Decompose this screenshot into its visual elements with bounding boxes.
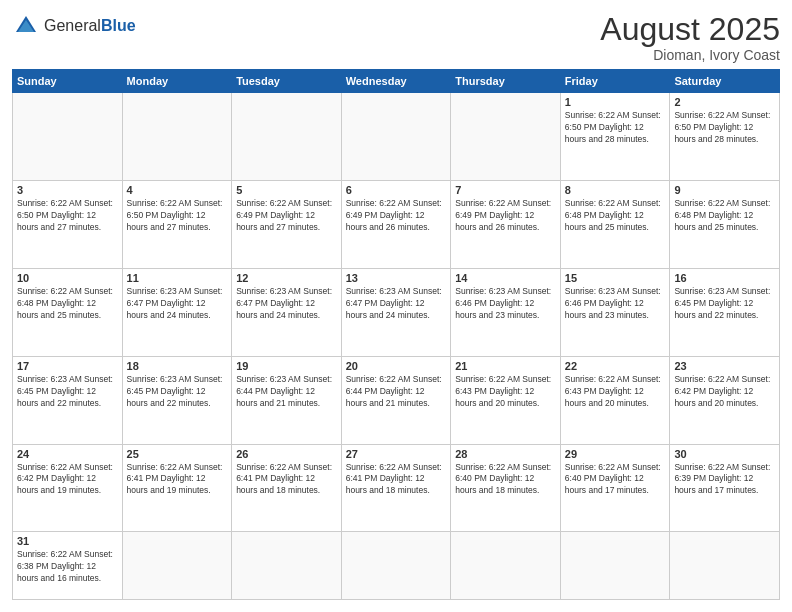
day-number: 8 — [565, 184, 666, 196]
month-title: August 2025 — [600, 12, 780, 47]
calendar-cell-2-3: 13Sunrise: 6:23 AM Sunset: 6:47 PM Dayli… — [341, 268, 451, 356]
calendar-cell-5-1 — [122, 532, 232, 600]
day-number: 6 — [346, 184, 447, 196]
day-info: Sunrise: 6:23 AM Sunset: 6:46 PM Dayligh… — [565, 286, 666, 322]
calendar-table: SundayMondayTuesdayWednesdayThursdayFrid… — [12, 69, 780, 600]
calendar-row-5: 31Sunrise: 6:22 AM Sunset: 6:38 PM Dayli… — [13, 532, 780, 600]
calendar-cell-4-5: 29Sunrise: 6:22 AM Sunset: 6:40 PM Dayli… — [560, 444, 670, 532]
calendar-cell-2-4: 14Sunrise: 6:23 AM Sunset: 6:46 PM Dayli… — [451, 268, 561, 356]
calendar-cell-0-1 — [122, 93, 232, 181]
day-info: Sunrise: 6:22 AM Sunset: 6:49 PM Dayligh… — [346, 198, 447, 234]
weekday-header-wednesday: Wednesday — [341, 70, 451, 93]
day-info: Sunrise: 6:22 AM Sunset: 6:48 PM Dayligh… — [674, 198, 775, 234]
calendar-cell-0-3 — [341, 93, 451, 181]
day-info: Sunrise: 6:23 AM Sunset: 6:44 PM Dayligh… — [236, 374, 337, 410]
day-number: 4 — [127, 184, 228, 196]
day-info: Sunrise: 6:23 AM Sunset: 6:45 PM Dayligh… — [127, 374, 228, 410]
calendar-cell-3-5: 22Sunrise: 6:22 AM Sunset: 6:43 PM Dayli… — [560, 356, 670, 444]
day-info: Sunrise: 6:22 AM Sunset: 6:42 PM Dayligh… — [674, 374, 775, 410]
title-block: August 2025 Dioman, Ivory Coast — [600, 12, 780, 63]
weekday-header-sunday: Sunday — [13, 70, 123, 93]
calendar-cell-1-1: 4Sunrise: 6:22 AM Sunset: 6:50 PM Daylig… — [122, 181, 232, 269]
calendar-cell-4-3: 27Sunrise: 6:22 AM Sunset: 6:41 PM Dayli… — [341, 444, 451, 532]
day-number: 26 — [236, 448, 337, 460]
calendar-cell-5-2 — [232, 532, 342, 600]
day-number: 24 — [17, 448, 118, 460]
day-number: 19 — [236, 360, 337, 372]
day-number: 25 — [127, 448, 228, 460]
day-number: 28 — [455, 448, 556, 460]
day-info: Sunrise: 6:22 AM Sunset: 6:41 PM Dayligh… — [236, 462, 337, 498]
calendar-cell-1-4: 7Sunrise: 6:22 AM Sunset: 6:49 PM Daylig… — [451, 181, 561, 269]
day-number: 1 — [565, 96, 666, 108]
day-info: Sunrise: 6:22 AM Sunset: 6:50 PM Dayligh… — [127, 198, 228, 234]
calendar-cell-0-6: 2Sunrise: 6:22 AM Sunset: 6:50 PM Daylig… — [670, 93, 780, 181]
calendar-row-0: 1Sunrise: 6:22 AM Sunset: 6:50 PM Daylig… — [13, 93, 780, 181]
day-number: 21 — [455, 360, 556, 372]
day-number: 3 — [17, 184, 118, 196]
weekday-header-tuesday: Tuesday — [232, 70, 342, 93]
calendar-cell-4-6: 30Sunrise: 6:22 AM Sunset: 6:39 PM Dayli… — [670, 444, 780, 532]
day-info: Sunrise: 6:22 AM Sunset: 6:43 PM Dayligh… — [455, 374, 556, 410]
logo-icon — [12, 12, 40, 40]
day-info: Sunrise: 6:22 AM Sunset: 6:48 PM Dayligh… — [17, 286, 118, 322]
day-number: 29 — [565, 448, 666, 460]
day-info: Sunrise: 6:22 AM Sunset: 6:48 PM Dayligh… — [565, 198, 666, 234]
calendar-cell-1-0: 3Sunrise: 6:22 AM Sunset: 6:50 PM Daylig… — [13, 181, 123, 269]
calendar-cell-3-6: 23Sunrise: 6:22 AM Sunset: 6:42 PM Dayli… — [670, 356, 780, 444]
calendar-page: GeneralBlue August 2025 Dioman, Ivory Co… — [0, 0, 792, 612]
calendar-row-2: 10Sunrise: 6:22 AM Sunset: 6:48 PM Dayli… — [13, 268, 780, 356]
calendar-cell-2-2: 12Sunrise: 6:23 AM Sunset: 6:47 PM Dayli… — [232, 268, 342, 356]
day-info: Sunrise: 6:22 AM Sunset: 6:49 PM Dayligh… — [455, 198, 556, 234]
day-info: Sunrise: 6:22 AM Sunset: 6:50 PM Dayligh… — [17, 198, 118, 234]
day-info: Sunrise: 6:22 AM Sunset: 6:40 PM Dayligh… — [455, 462, 556, 498]
calendar-cell-0-5: 1Sunrise: 6:22 AM Sunset: 6:50 PM Daylig… — [560, 93, 670, 181]
day-number: 14 — [455, 272, 556, 284]
day-number: 2 — [674, 96, 775, 108]
day-info: Sunrise: 6:22 AM Sunset: 6:44 PM Dayligh… — [346, 374, 447, 410]
day-number: 10 — [17, 272, 118, 284]
calendar-cell-2-5: 15Sunrise: 6:23 AM Sunset: 6:46 PM Dayli… — [560, 268, 670, 356]
day-info: Sunrise: 6:22 AM Sunset: 6:39 PM Dayligh… — [674, 462, 775, 498]
calendar-cell-2-1: 11Sunrise: 6:23 AM Sunset: 6:47 PM Dayli… — [122, 268, 232, 356]
calendar-cell-1-2: 5Sunrise: 6:22 AM Sunset: 6:49 PM Daylig… — [232, 181, 342, 269]
calendar-cell-0-0 — [13, 93, 123, 181]
calendar-cell-5-4 — [451, 532, 561, 600]
calendar-cell-2-0: 10Sunrise: 6:22 AM Sunset: 6:48 PM Dayli… — [13, 268, 123, 356]
calendar-row-4: 24Sunrise: 6:22 AM Sunset: 6:42 PM Dayli… — [13, 444, 780, 532]
day-info: Sunrise: 6:22 AM Sunset: 6:50 PM Dayligh… — [674, 110, 775, 146]
calendar-cell-5-6 — [670, 532, 780, 600]
weekday-header-saturday: Saturday — [670, 70, 780, 93]
day-number: 9 — [674, 184, 775, 196]
calendar-row-1: 3Sunrise: 6:22 AM Sunset: 6:50 PM Daylig… — [13, 181, 780, 269]
calendar-cell-5-0: 31Sunrise: 6:22 AM Sunset: 6:38 PM Dayli… — [13, 532, 123, 600]
day-info: Sunrise: 6:23 AM Sunset: 6:46 PM Dayligh… — [455, 286, 556, 322]
calendar-cell-3-3: 20Sunrise: 6:22 AM Sunset: 6:44 PM Dayli… — [341, 356, 451, 444]
day-info: Sunrise: 6:22 AM Sunset: 6:43 PM Dayligh… — [565, 374, 666, 410]
calendar-cell-1-6: 9Sunrise: 6:22 AM Sunset: 6:48 PM Daylig… — [670, 181, 780, 269]
calendar-cell-1-3: 6Sunrise: 6:22 AM Sunset: 6:49 PM Daylig… — [341, 181, 451, 269]
day-number: 13 — [346, 272, 447, 284]
calendar-cell-1-5: 8Sunrise: 6:22 AM Sunset: 6:48 PM Daylig… — [560, 181, 670, 269]
day-number: 22 — [565, 360, 666, 372]
calendar-cell-0-2 — [232, 93, 342, 181]
calendar-cell-4-4: 28Sunrise: 6:22 AM Sunset: 6:40 PM Dayli… — [451, 444, 561, 532]
day-info: Sunrise: 6:22 AM Sunset: 6:40 PM Dayligh… — [565, 462, 666, 498]
day-info: Sunrise: 6:23 AM Sunset: 6:47 PM Dayligh… — [236, 286, 337, 322]
day-number: 11 — [127, 272, 228, 284]
day-number: 17 — [17, 360, 118, 372]
weekday-header-friday: Friday — [560, 70, 670, 93]
day-number: 20 — [346, 360, 447, 372]
calendar-cell-0-4 — [451, 93, 561, 181]
calendar-row-3: 17Sunrise: 6:23 AM Sunset: 6:45 PM Dayli… — [13, 356, 780, 444]
calendar-cell-2-6: 16Sunrise: 6:23 AM Sunset: 6:45 PM Dayli… — [670, 268, 780, 356]
location: Dioman, Ivory Coast — [600, 47, 780, 63]
weekday-header-monday: Monday — [122, 70, 232, 93]
day-number: 30 — [674, 448, 775, 460]
day-info: Sunrise: 6:23 AM Sunset: 6:47 PM Dayligh… — [346, 286, 447, 322]
day-info: Sunrise: 6:23 AM Sunset: 6:45 PM Dayligh… — [674, 286, 775, 322]
day-info: Sunrise: 6:22 AM Sunset: 6:38 PM Dayligh… — [17, 549, 118, 585]
day-info: Sunrise: 6:22 AM Sunset: 6:50 PM Dayligh… — [565, 110, 666, 146]
calendar-cell-4-1: 25Sunrise: 6:22 AM Sunset: 6:41 PM Dayli… — [122, 444, 232, 532]
calendar-cell-5-3 — [341, 532, 451, 600]
